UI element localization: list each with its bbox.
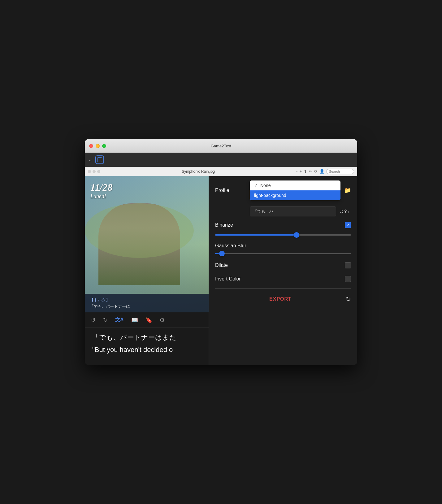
person-button[interactable]: 👤: [319, 169, 324, 174]
profile-row: Profile ✓ None light-background 📁: [209, 176, 357, 205]
folder-button[interactable]: 📁: [344, 187, 351, 194]
dilate-label: Dilate: [215, 263, 345, 268]
gaussian-slider-track: [215, 253, 351, 254]
dilate-checkbox[interactable]: [345, 262, 351, 268]
dot-3: [97, 170, 100, 173]
reset-button[interactable]: ↻: [346, 295, 351, 303]
gaussian-slider-thumb[interactable]: [219, 251, 225, 256]
traffic-lights: [85, 144, 106, 148]
image-toolbar-dots: [88, 170, 100, 173]
binarize-slider-fill: [215, 234, 297, 236]
gaussian-slider-row: [209, 250, 357, 259]
gaussian-blur-label: Gaussian Blur: [215, 243, 246, 249]
binarize-label: Binarize: [215, 222, 345, 228]
profile-value-row: 「でも、パ よ?」: [209, 205, 357, 218]
check-icon: ✓: [254, 183, 258, 188]
book-button[interactable]: 📖: [131, 317, 138, 324]
search-input[interactable]: [326, 169, 354, 174]
chevron-down-icon[interactable]: ⌄: [89, 157, 92, 162]
settings-panel: Profile ✓ None light-background 📁: [209, 176, 357, 365]
image-toolbar-tools: - + ⬆ ✏ ⟳ 👤: [296, 169, 354, 174]
binarize-checkbox[interactable]: [345, 222, 351, 228]
capture-icon[interactable]: [95, 155, 104, 164]
binarize-slider-thumb[interactable]: [294, 232, 299, 238]
zoom-in-button[interactable]: +: [299, 169, 302, 174]
settings-button[interactable]: ⚙: [160, 317, 165, 324]
divider: [215, 288, 351, 289]
profile-value-box: 「でも、パ: [250, 206, 336, 216]
maximize-button[interactable]: [102, 144, 106, 148]
option-none[interactable]: ✓ None: [250, 180, 340, 190]
image-viewer-title: Symphonic Rain.jpg: [103, 169, 294, 174]
minimize-button[interactable]: [96, 144, 100, 148]
export-row: EXPORT ↻: [209, 291, 357, 307]
redo-button[interactable]: ↻: [103, 317, 108, 324]
binarize-row: Binarize: [209, 218, 357, 232]
option-light-background[interactable]: light-background: [250, 190, 340, 200]
option-light-bg-label: light-background: [254, 193, 286, 198]
date-overlay: 11/28 Lunedi: [90, 182, 112, 200]
image-viewer-toolbar: Symphonic Rain.jpg - + ⬆ ✏ ⟳ 👤: [85, 167, 357, 176]
profile-value-text: 「でも、パ: [253, 209, 273, 214]
binarize-slider-track: [215, 234, 351, 236]
profile-value-suffix: よ?」: [340, 209, 351, 214]
day-display: Lunedi: [90, 193, 112, 200]
dilate-row: Dilate: [209, 259, 357, 272]
share-button[interactable]: ⬆: [304, 169, 307, 174]
gaussian-label-row: Gaussian Blur: [209, 240, 357, 250]
invert-color-checkbox[interactable]: [345, 276, 351, 282]
invert-color-label: Invert Color: [215, 276, 345, 282]
pencil-button[interactable]: ✏: [309, 169, 312, 174]
close-button[interactable]: [89, 144, 93, 148]
app-window: Game2Text ⌄ Symphonic Rain.jpg - + ⬆ ✏ ⟳…: [85, 139, 357, 365]
binarize-slider-row: [209, 232, 357, 240]
dot-2: [93, 170, 96, 173]
app-toolbar: ⌄: [85, 153, 357, 167]
window-title: Game2Text: [211, 144, 231, 148]
profile-dropdown[interactable]: ✓ None light-background: [250, 180, 340, 200]
option-none-label: None: [260, 183, 271, 188]
title-bar: Game2Text: [85, 139, 357, 153]
invert-color-row: Invert Color: [209, 272, 357, 286]
export-button[interactable]: EXPORT: [215, 296, 346, 302]
rotate-button[interactable]: ⟳: [314, 169, 318, 174]
tree-top: [85, 203, 194, 258]
undo-button[interactable]: ↺: [91, 317, 96, 324]
content-area: 11/28 Lunedi 12:33: [85, 176, 357, 365]
bookmark-button[interactable]: 🔖: [145, 317, 152, 324]
translate-button[interactable]: 文A: [115, 317, 124, 323]
profile-label: Profile: [215, 188, 246, 193]
zoom-out-button[interactable]: -: [296, 169, 297, 174]
profile-dropdown-container: ✓ None light-background: [250, 180, 340, 200]
dot-1: [88, 170, 91, 173]
date-display: 11/28: [90, 182, 112, 193]
